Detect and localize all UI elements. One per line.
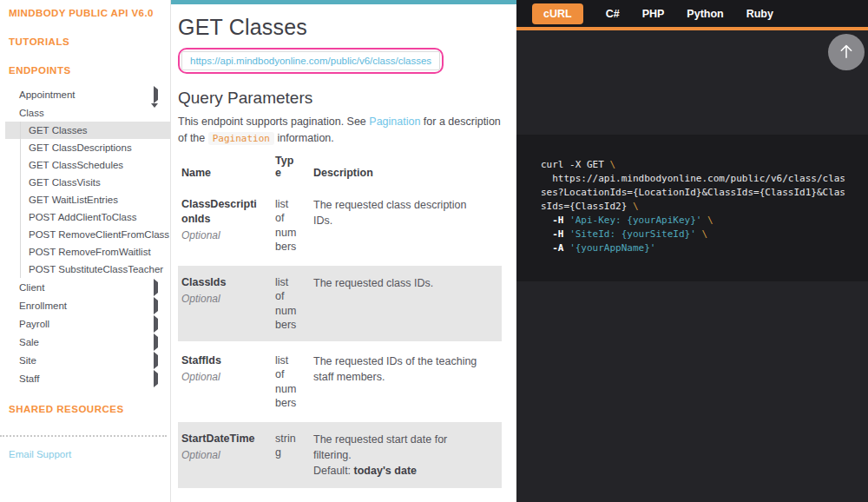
chevron-right-icon: [154, 373, 158, 384]
up-arrow-icon: [837, 42, 856, 63]
query-parameters-heading: Query Parameters: [178, 89, 501, 108]
code-segment: -H: [541, 228, 569, 240]
brand-title: MINDBODY PUBLIC API V6.0: [0, 0, 170, 18]
sidebar-item-label: Appointment: [19, 89, 76, 100]
param-description: The requested start date for filtering.: [313, 432, 488, 463]
api-docs-page: MINDBODY PUBLIC API V6.0 TUTORIALS ENDPO…: [0, 0, 868, 502]
email-support-link[interactable]: Email Support: [9, 449, 170, 459]
param-default-value: today's date: [354, 465, 417, 477]
chevron-right-icon: [154, 319, 158, 329]
sidebar-item-label: Staff: [19, 373, 39, 384]
sidebar-heading-shared-resources[interactable]: SHARED RESOURCES: [0, 404, 170, 414]
tab-php[interactable]: PHP: [642, 8, 665, 20]
param-description: The requested IDs of the teaching staff …: [313, 353, 488, 385]
sidebar: MINDBODY PUBLIC API V6.0 TUTORIALS ENDPO…: [0, 0, 171, 502]
sidebar-subitem-post-removefromwaitlist[interactable]: POST RemoveFromWaitlist: [0, 243, 170, 261]
param-optional-flag: Optional: [181, 371, 261, 383]
param-type-cell: string: [275, 421, 313, 490]
tab-ruby[interactable]: Ruby: [746, 8, 773, 20]
param-name-cell: StaffIdsOptional: [178, 343, 275, 421]
sidebar-item-client[interactable]: Client: [0, 278, 170, 296]
column-header-name: Name: [178, 155, 275, 187]
code-segment: 'SiteId: {yourSiteId}': [569, 228, 696, 240]
sidebar-subitem-get-classes[interactable]: GET Classes: [5, 122, 170, 139]
code-segment: \: [609, 159, 615, 170]
class-submenu: GET ClassesGET ClassDescriptionsGET Clas…: [0, 122, 170, 278]
language-tabbar: cURLC#PHPPythonRuby: [516, 0, 868, 27]
sidebar-item-staff[interactable]: Staff: [0, 369, 170, 387]
tabbar-underline: [516, 27, 868, 30]
sidebar-subitem-label: GET WaitListEntries: [29, 195, 118, 205]
code-line: -H 'SiteId: {yourSiteId}' \: [541, 228, 868, 241]
code-segment: \: [633, 201, 639, 212]
table-row: StaffIdsOptionallist of numbersThe reque…: [178, 343, 502, 421]
tab-python[interactable]: Python: [687, 8, 723, 20]
code-segment: -H: [541, 215, 569, 226]
table-header-row: Name Type Description: [178, 155, 502, 187]
sidebar-item-appointment[interactable]: Appointment: [0, 85, 170, 103]
sidebar-item-site[interactable]: Site: [0, 351, 170, 369]
column-header-description: Description: [313, 155, 502, 187]
param-name-cell: ClassDescriptionIdsOptional: [178, 187, 275, 265]
sidebar-item-payroll[interactable]: Payroll: [0, 314, 170, 333]
sidebar-item-label: Site: [19, 355, 36, 366]
sidebar-subitem-get-waitlistentries[interactable]: GET WaitListEntries: [0, 191, 170, 208]
sidebar-item-enrollment[interactable]: Enrollment: [0, 296, 170, 314]
chevron-right-icon: [154, 337, 158, 347]
scroll-to-top-button[interactable]: [828, 34, 865, 70]
endpoints-nav: AppointmentClassGET ClassesGET ClassDesc…: [0, 85, 170, 387]
sidebar-item-class[interactable]: Class: [0, 103, 170, 122]
sidebar-item-label: Payroll: [19, 319, 49, 329]
sidebar-subitem-label: GET Classes: [29, 125, 88, 135]
code-line: sIds={ClassId2} \: [541, 200, 868, 214]
pagination-link[interactable]: Pagination: [369, 116, 420, 128]
sidebar-heading-endpoints[interactable]: ENDPOINTS: [0, 65, 170, 76]
chevron-down-icon: [151, 108, 158, 118]
endpoint-url[interactable]: https://api.mindbodyonline.com/public/v6…: [181, 51, 440, 70]
param-description: The requested class description IDs.: [313, 197, 488, 228]
code-segment: \: [707, 215, 713, 226]
param-description-cell: The requested start date for filtering.D…: [313, 421, 502, 490]
param-type-cell: string: [275, 490, 313, 502]
code-segment: 'Api-Key: {yourApiKey}': [569, 215, 701, 226]
param-name-cell: StartDateTimeOptional: [178, 421, 275, 490]
code-line: ses?LocationIds={LocationId}&ClassIds={C…: [541, 186, 868, 200]
param-description-cell: The requested class description IDs.: [313, 187, 502, 265]
param-description-cell: The requested class IDs.: [313, 265, 502, 343]
table-row: EndDateTimeOptionalstringThe requested e…: [178, 490, 502, 502]
code-segment: ses?LocationIds={LocationId}&ClassIds={C…: [541, 187, 845, 198]
param-name: StaffIds: [181, 353, 261, 368]
sidebar-subitem-label: POST SubstituteClassTeacher: [29, 264, 163, 274]
param-default: Default: today's date: [313, 463, 488, 479]
chevron-right-icon: [154, 355, 158, 366]
sidebar-subitem-get-classvisits[interactable]: GET ClassVisits: [0, 174, 170, 191]
intro-text-after: information.: [274, 132, 334, 144]
tab-c-[interactable]: C#: [606, 8, 620, 20]
param-type-cell: list of numbers: [275, 187, 313, 265]
code-line: -A '{yourAppName}': [541, 241, 868, 255]
sidebar-item-sale[interactable]: Sale: [0, 333, 170, 351]
sidebar-item-label: Enrollment: [19, 301, 67, 311]
content-top-bar: [171, 0, 516, 4]
sidebar-subitem-label: POST RemoveFromWaitlist: [29, 247, 151, 257]
sidebar-subitem-post-removeclientfromclass[interactable]: POST RemoveClientFromClass: [0, 226, 170, 243]
table-row: StartDateTimeOptionalstringThe requested…: [178, 421, 502, 490]
param-description-cell: The requested IDs of the teaching staff …: [313, 343, 502, 421]
code-line: -H 'Api-Key: {yourApiKey}' \: [541, 214, 868, 228]
code-sample-panel: cURLC#PHPPythonRuby curl -X GET \ https:…: [516, 0, 868, 502]
code-segment: https://api.mindbodyonline.com/public/v6…: [541, 173, 845, 184]
pagination-note: This endpoint supports pagination. See P…: [178, 114, 501, 147]
sidebar-heading-tutorials[interactable]: TUTORIALS: [0, 36, 170, 47]
param-name-cell: ClassIdsOptional: [178, 265, 275, 343]
sidebar-subitem-post-substituteclassteacher[interactable]: POST SubstituteClassTeacher: [0, 261, 170, 278]
sidebar-subitem-get-classdescriptions[interactable]: GET ClassDescriptions: [0, 139, 170, 156]
param-type-cell: list of numbers: [275, 343, 313, 421]
sidebar-subitem-label: POST RemoveClientFromClass: [29, 229, 169, 240]
sidebar-subitem-post-addclienttoclass[interactable]: POST AddClientToClass: [0, 208, 170, 226]
tab-curl[interactable]: cURL: [532, 3, 583, 24]
param-optional-flag: Optional: [181, 229, 261, 241]
code-line: https://api.mindbodyonline.com/public/v6…: [541, 172, 868, 186]
sidebar-subitem-get-classschedules[interactable]: GET ClassSchedules: [0, 156, 170, 174]
chevron-right-icon: [154, 282, 158, 293]
param-description: The requested class IDs.: [313, 275, 488, 291]
